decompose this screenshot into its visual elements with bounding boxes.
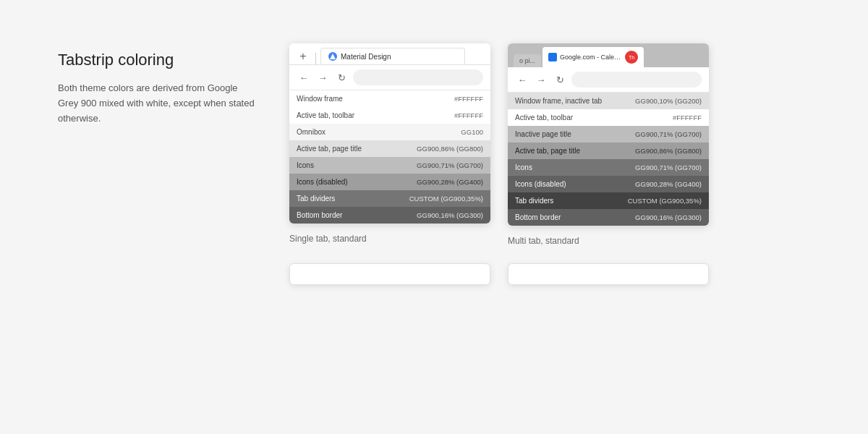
swatch-row: Icons GG900,71% (GG700) (289, 157, 490, 174)
omnibox-input[interactable] (353, 69, 483, 85)
inactive-tab[interactable]: o pi... (514, 54, 541, 67)
swatch-row: Icons (disabled) GG900,28% (GG400) (508, 176, 709, 192)
single-tab-browser: + Material Design ← → ↻ (289, 43, 490, 224)
swatch-row: Active tab, toolbar #FFFFFF (289, 107, 490, 124)
single-tab-tabbar: + Material Design (289, 43, 490, 65)
swatch-row: Icons (disabled) GG900,28% (GG400) (289, 174, 490, 190)
section-description: Both theme colors are derived from Googl… (58, 81, 260, 126)
calendar-favicon (548, 53, 557, 61)
swatch-row: Tab dividers CUSTOM (GG900,35%) (508, 192, 709, 209)
bottom-multi-mockup (508, 263, 709, 285)
refresh-button[interactable]: ↻ (553, 72, 567, 87)
single-tab-toolbar: ← → ↻ (289, 65, 490, 90)
multi-tab-browser: o pi... Google.com - Calendar - Week of … (508, 43, 709, 226)
multi-tab-diagram: o pi... Google.com - Calendar - Week of … (508, 43, 709, 246)
tab-title: Material Design (341, 53, 391, 61)
forward-button[interactable]: → (315, 70, 330, 85)
swatch-row: Window frame, inactive tab GG900,10% (GG… (508, 93, 709, 109)
swatch-row: Window frame #FFFFFF (289, 90, 490, 107)
description-section: Tabstrip coloring Both theme colors are … (58, 43, 260, 126)
refresh-button[interactable]: ↻ (334, 70, 349, 85)
swatch-row: Icons GG900,71% (GG700) (508, 159, 709, 176)
swatch-row: Omnibox GG100 (289, 124, 490, 140)
multi-tab-toolbar: ← → ↻ (508, 67, 709, 93)
single-tab-tab[interactable]: Material Design (320, 48, 465, 64)
back-button[interactable]: ← (297, 70, 311, 85)
swatch-row: Bottom border GG900,16% (GG300) (289, 207, 490, 224)
active-tab[interactable]: Google.com - Calendar - Week of J... Th (542, 47, 644, 67)
omnibox-input[interactable] (571, 72, 702, 88)
new-tab-button[interactable]: + (295, 48, 311, 64)
back-button[interactable]: ← (515, 72, 529, 87)
single-tab-swatches: Window frame #FFFFFF Active tab, toolbar… (289, 90, 490, 224)
avatar: Th (625, 51, 638, 64)
swatch-row: Active tab, toolbar #FFFFFF (508, 109, 709, 126)
bottom-single-mockup (289, 263, 490, 285)
swatch-row: Bottom border GG900,16% (GG300) (508, 209, 709, 226)
section-title: Tabstrip coloring (58, 51, 260, 69)
forward-button[interactable]: → (534, 72, 548, 87)
swatch-row: Tab dividers CUSTOM (GG900,35%) (289, 190, 490, 207)
multi-tab-windowbar: o pi... Google.com - Calendar - Week of … (508, 43, 709, 67)
swatch-row: Inactive page title GG900,71% (GG700) (508, 126, 709, 142)
diagrams-section: + Material Design ← → ↻ (289, 43, 810, 285)
material-design-favicon (328, 52, 337, 61)
svg-marker-0 (330, 54, 336, 59)
page-container: Tabstrip coloring Both theme colors are … (0, 0, 868, 328)
swatch-row: Active tab, page title GG900,86% (GG800) (289, 140, 490, 157)
single-tab-label: Single tab, standard (289, 229, 490, 244)
diagrams-row: + Material Design ← → ↻ (289, 43, 810, 246)
swatch-row: Active tab, page title GG900,86% (GG800) (508, 142, 709, 159)
active-tab-text: Google.com - Calendar - Week of J... (560, 54, 622, 61)
inactive-tab-text: o pi... (519, 57, 535, 64)
multi-tab-swatches: Window frame, inactive tab GG900,10% (GG… (508, 93, 709, 226)
bottom-row (289, 263, 810, 285)
avatar-text: Th (629, 55, 634, 60)
single-tab-diagram: + Material Design ← → ↻ (289, 43, 490, 244)
multi-tab-label: Multi tab, standard (508, 231, 709, 246)
